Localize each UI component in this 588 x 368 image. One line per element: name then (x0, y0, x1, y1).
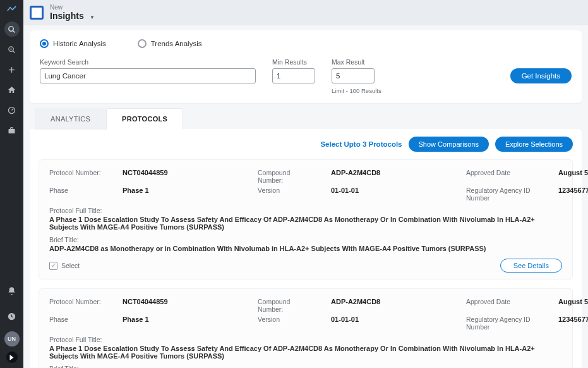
nav-plus-icon[interactable] (4, 62, 20, 77)
show-comparisons-button[interactable]: Show Comparisons (409, 137, 489, 152)
left-sidebar: UN (0, 0, 23, 368)
page-title: Insights (50, 11, 84, 21)
keyword-input[interactable] (40, 68, 256, 83)
phase-value: Phase 1 (123, 187, 149, 202)
tab-protocols[interactable]: PROTOCOLS (106, 108, 183, 130)
max-results-label: Max Result (332, 58, 381, 66)
approved-date-label: Approved Date (466, 169, 542, 184)
compound-number-label: Compound Number: (258, 298, 315, 313)
brief-title-value: ADP-A2M4CD8 as Monotherapy or in Combina… (49, 245, 562, 252)
approved-date-value: August 5, 2019 (558, 298, 588, 313)
svg-rect-8 (9, 129, 15, 133)
reg-agency-label: Regulatory Agency ID Number (466, 187, 542, 202)
full-title-label: Protocol Full Title: (49, 336, 562, 343)
nav-gauge-icon[interactable] (4, 102, 20, 118)
phase-label: Phase (49, 187, 106, 202)
avatar[interactable]: UN (4, 331, 20, 347)
version-value: 01-01-01 (331, 187, 359, 202)
reg-agency-label: Regulatory Agency ID Number (466, 316, 542, 331)
compound-number-label: Compound Number: (258, 169, 315, 184)
svg-line-4 (13, 51, 15, 52)
full-title-label: Protocol Full Title: (49, 207, 562, 214)
radio-trends-analysis[interactable]: Trends Analysis (138, 39, 202, 48)
protocol-number-label: Protocol Number: (49, 298, 106, 313)
nav-home-icon[interactable] (4, 82, 20, 97)
protocol-card: Protocol Number:NCT04044859 Compound Num… (39, 159, 573, 279)
phase-value: Phase 1 (123, 316, 149, 331)
compound-number-value: ADP-A2M4CD8 (331, 169, 380, 184)
protocol-number-value: NCT04044859 (123, 169, 168, 184)
nav-bell-icon[interactable] (4, 283, 20, 298)
results-panel: Select Upto 3 Protocols Show Comparisons… (30, 129, 582, 368)
radio-trends-label: Trends Analysis (151, 40, 202, 47)
max-results-input[interactable] (332, 68, 375, 83)
select-checkbox[interactable]: ✓Select (49, 262, 80, 270)
compound-number-value: ADP-A2M4CD8 (331, 298, 380, 313)
main-area: New Insights ▼ Historic Analysis Trends … (23, 0, 588, 368)
brief-title-label: Brief Title: (49, 365, 562, 368)
title-dropdown-icon[interactable]: ▼ (90, 15, 95, 20)
see-details-button[interactable]: See Details (500, 259, 562, 273)
protocol-card: Protocol Number:NCT04044859 Compound Num… (39, 288, 573, 368)
min-results-input[interactable] (272, 68, 315, 83)
full-title-value: A Phase 1 Dose Escalation Study To Asses… (49, 216, 562, 231)
select-label: Select (61, 262, 80, 269)
module-icon (30, 6, 44, 20)
nav-clock-icon[interactable] (4, 309, 20, 324)
explore-selections-button[interactable]: Explore Selections (495, 137, 573, 152)
tab-analytics[interactable]: ANALYTICS (35, 108, 106, 130)
keyword-label: Keyword Search (40, 58, 256, 66)
reg-agency-value: 12345677 (558, 316, 588, 331)
limit-hint: Limit - 100 Results (332, 87, 381, 94)
full-title-value: A Phase 1 Dose Escalation Study To Asses… (49, 345, 562, 360)
check-icon: ✓ (49, 262, 57, 270)
select-upto-text: Select Upto 3 Protocols (320, 140, 402, 148)
search-panel: Historic Analysis Trends Analysis Keywor… (30, 30, 582, 103)
app-logo (5, 4, 19, 13)
version-value: 01-01-01 (331, 316, 359, 331)
approved-date-value: August 5, 2019 (558, 169, 588, 184)
get-insights-button[interactable]: Get Insights (510, 68, 572, 83)
version-label: Version (258, 187, 315, 202)
brief-title-label: Brief Title: (49, 236, 562, 243)
results-tabs: ANALYTICS PROTOCOLS (30, 108, 582, 130)
nav-search-icon[interactable] (4, 21, 20, 37)
version-label: Version (258, 316, 315, 331)
phase-label: Phase (49, 316, 106, 331)
nav-briefcase-icon[interactable] (4, 123, 20, 138)
radio-historic-label: Historic Analysis (53, 40, 106, 47)
approved-date-label: Approved Date (466, 298, 542, 313)
min-results-label: Min Results (272, 58, 315, 66)
reg-agency-value: 12345677 (558, 187, 588, 202)
svg-line-1 (13, 30, 15, 32)
protocol-number-label: Protocol Number: (49, 169, 106, 184)
nav-expand-icon[interactable] (6, 352, 18, 363)
header-new-label: New (50, 4, 95, 11)
nav-zoom-icon[interactable] (4, 42, 20, 57)
svg-point-0 (9, 26, 14, 31)
protocol-number-value: NCT04044859 (123, 298, 168, 313)
page-header: New Insights ▼ (23, 0, 588, 25)
radio-historic-analysis[interactable]: Historic Analysis (40, 39, 106, 48)
